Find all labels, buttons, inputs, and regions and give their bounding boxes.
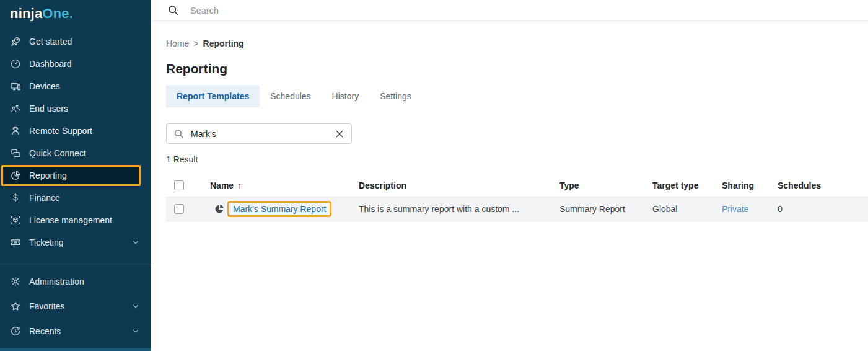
sidebar-item-label: Remote Support: [29, 126, 92, 136]
tab-bar: Report Templates Schedules History Setti…: [166, 85, 868, 107]
breadcrumb-separator: >: [193, 38, 198, 48]
windows-icon: [10, 148, 21, 159]
rocket-icon: [10, 36, 21, 47]
sidebar-item-reporting[interactable]: Reporting: [1, 165, 141, 186]
users-icon: [10, 103, 21, 114]
sidebar-item-label: Get started: [29, 37, 72, 47]
sidebar-item-administration[interactable]: Administration: [0, 269, 151, 294]
search-icon: [168, 5, 178, 16]
breadcrumb-home-link[interactable]: Home: [166, 38, 189, 48]
sidebar-item-devices[interactable]: Devices: [0, 75, 151, 97]
history-icon: [10, 326, 21, 337]
sidebar-item-dashboard[interactable]: Dashboard: [0, 53, 151, 75]
column-header-name[interactable]: Name↑: [210, 180, 359, 190]
sidebar-item-remote-support[interactable]: Remote Support: [0, 120, 151, 142]
sharing-link[interactable]: Private: [722, 204, 749, 214]
annotation-highlight: Mark's Summary Report: [227, 201, 331, 217]
gauge-icon: [10, 58, 21, 69]
sidebar-item-label: Favorites: [29, 301, 65, 311]
column-header-description[interactable]: Description: [359, 180, 559, 190]
sidebar: ninjaOne. Get started Dashboard: [0, 0, 151, 351]
template-filter-input[interactable]: [190, 128, 329, 140]
sidebar-item-quick-connect[interactable]: Quick Connect: [0, 142, 151, 164]
header-checkbox-cell: [166, 180, 210, 190]
tab-history[interactable]: History: [322, 85, 370, 107]
sidebar-item-favorites[interactable]: Favorites: [0, 294, 151, 319]
sidebar-item-label: Recents: [29, 326, 61, 336]
template-filter-box: [166, 123, 352, 144]
pie-chart-icon: [214, 203, 225, 215]
sidebar-divider: [0, 264, 151, 264]
sidebar-item-label: Dashboard: [29, 59, 72, 69]
type-cell: Summary Report: [559, 204, 652, 214]
star-icon: [10, 301, 21, 312]
package-icon: [10, 215, 21, 226]
global-search-bar: [151, 0, 868, 21]
search-icon: [174, 129, 183, 138]
sidebar-item-label: End users: [29, 104, 68, 113]
remote-person-icon: [10, 125, 21, 136]
sidebar-item-ticketing[interactable]: Ticketing: [0, 231, 151, 254]
schedules-cell: 0: [778, 204, 868, 214]
chevron-down-icon: [131, 302, 140, 311]
report-name-link[interactable]: Mark's Summary Report: [233, 204, 326, 214]
page-content: Home > Reporting Reporting Report Templa…: [151, 21, 868, 351]
target-type-cell: Global: [652, 204, 722, 214]
tab-schedules[interactable]: Schedules: [260, 85, 321, 107]
column-header-schedules[interactable]: Schedules: [778, 180, 868, 190]
sidebar-item-label: Administration: [29, 277, 84, 287]
dollar-icon: [10, 192, 21, 203]
sidebar-item-label: Quick Connect: [29, 148, 86, 158]
breadcrumb-current: Reporting: [203, 38, 244, 48]
devices-icon: [10, 81, 21, 92]
logo-text-ninja: ninja: [10, 6, 42, 21]
sidebar-item-label: Finance: [29, 193, 60, 203]
ticket-icon: [10, 237, 21, 248]
gear-icon: [10, 276, 21, 287]
chevron-down-icon: [131, 238, 140, 247]
ninjaone-logo: ninjaOne.: [0, 0, 151, 22]
tab-settings[interactable]: Settings: [369, 85, 422, 107]
chevron-down-icon: [131, 327, 140, 335]
row-checkbox[interactable]: [174, 204, 184, 214]
table-header-row: Name↑ Description Type Target type Shari…: [166, 174, 868, 197]
tab-report-templates[interactable]: Report Templates: [166, 85, 260, 107]
page-title: Reporting: [166, 61, 868, 77]
sidebar-item-get-started[interactable]: Get started: [0, 30, 151, 53]
global-search-input[interactable]: [189, 5, 437, 16]
results-count: 1 Result: [166, 154, 868, 164]
clear-search-icon[interactable]: [335, 130, 344, 138]
breadcrumb: Home > Reporting: [166, 38, 868, 48]
pie-chart-icon: [10, 170, 21, 181]
name-cell: Mark's Summary Report: [210, 201, 359, 217]
sidebar-item-label: Reporting: [29, 171, 67, 180]
sidebar-nav: Get started Dashboard Devices: [0, 30, 151, 344]
description-cell: This is a summary report with a custom .…: [359, 204, 559, 214]
column-header-type[interactable]: Type: [559, 180, 652, 190]
sidebar-item-license-management[interactable]: License management: [0, 209, 151, 231]
main-area: Home > Reporting Reporting Report Templa…: [151, 0, 868, 351]
sort-ascending-icon[interactable]: ↑: [237, 180, 242, 190]
sidebar-item-label: License management: [29, 215, 112, 225]
select-all-checkbox[interactable]: [174, 180, 184, 190]
logo-text-one: One.: [42, 6, 73, 21]
report-templates-table: Name↑ Description Type Target type Shari…: [166, 174, 868, 221]
column-header-sharing[interactable]: Sharing: [722, 180, 778, 190]
sidebar-item-end-users[interactable]: End users: [0, 97, 151, 120]
sidebar-item-label: Devices: [29, 81, 60, 91]
sidebar-item-finance[interactable]: Finance: [0, 187, 151, 209]
table-row: Mark's Summary Report This is a summary …: [166, 197, 868, 221]
sharing-cell: Private: [722, 204, 778, 214]
row-checkbox-cell: [166, 204, 210, 214]
sidebar-item-recents[interactable]: Recents: [0, 319, 151, 344]
column-header-target-type[interactable]: Target type: [652, 180, 722, 190]
sidebar-scroll-hint: [0, 348, 151, 351]
sidebar-item-label: Ticketing: [29, 238, 64, 247]
